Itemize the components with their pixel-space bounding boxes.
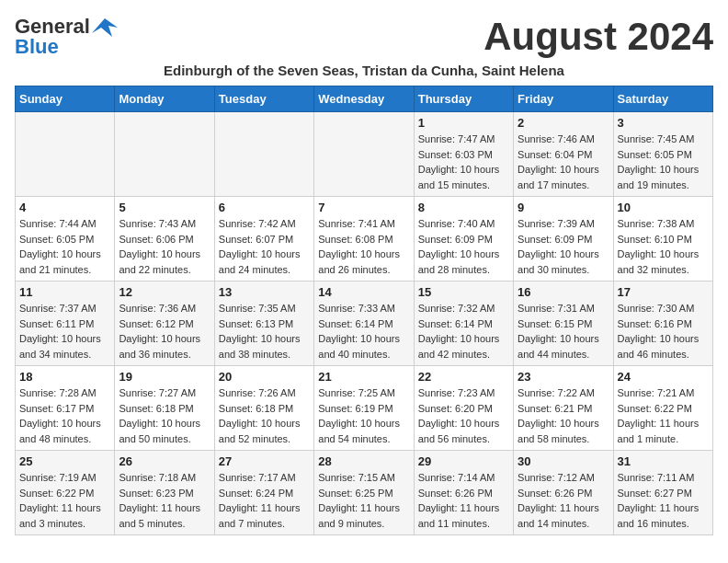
column-header-thursday: Thursday	[414, 86, 513, 112]
day-number: 17	[618, 285, 709, 299]
day-number: 23	[518, 370, 609, 384]
day-number: 3	[618, 116, 709, 130]
calendar-week-row: 1Sunrise: 7:47 AM Sunset: 6:03 PM Daylig…	[16, 112, 713, 197]
calendar-cell	[115, 112, 214, 197]
day-number: 20	[219, 370, 310, 384]
day-number: 28	[318, 454, 409, 468]
calendar-cell: 13Sunrise: 7:35 AM Sunset: 6:13 PM Dayli…	[214, 282, 313, 366]
calendar-cell: 24Sunrise: 7:21 AM Sunset: 6:22 PM Dayli…	[613, 366, 712, 451]
day-number: 29	[418, 454, 509, 468]
calendar-cell	[314, 112, 414, 197]
day-info: Sunrise: 7:30 AM Sunset: 6:16 PM Dayligh…	[618, 301, 709, 362]
page-subtitle: Edinburgh of the Seven Seas, Tristan da …	[15, 63, 713, 78]
calendar-cell: 23Sunrise: 7:22 AM Sunset: 6:21 PM Dayli…	[514, 366, 613, 451]
day-info: Sunrise: 7:15 AM Sunset: 6:25 PM Dayligh…	[318, 470, 409, 531]
calendar-cell: 8Sunrise: 7:40 AM Sunset: 6:09 PM Daylig…	[414, 197, 513, 282]
calendar-cell: 16Sunrise: 7:31 AM Sunset: 6:15 PM Dayli…	[514, 282, 613, 366]
day-info: Sunrise: 7:36 AM Sunset: 6:12 PM Dayligh…	[119, 301, 210, 362]
day-info: Sunrise: 7:42 AM Sunset: 6:07 PM Dayligh…	[219, 216, 310, 277]
logo: General Blue	[15, 15, 118, 59]
day-info: Sunrise: 7:45 AM Sunset: 6:05 PM Dayligh…	[618, 132, 709, 192]
column-header-tuesday: Tuesday	[214, 86, 313, 112]
day-number: 31	[618, 454, 709, 468]
day-info: Sunrise: 7:33 AM Sunset: 6:14 PM Dayligh…	[318, 301, 409, 362]
day-info: Sunrise: 7:31 AM Sunset: 6:15 PM Dayligh…	[518, 301, 609, 362]
day-number: 26	[119, 454, 210, 468]
day-info: Sunrise: 7:26 AM Sunset: 6:18 PM Dayligh…	[219, 385, 310, 446]
logo-bird-icon	[92, 17, 118, 37]
calendar-cell: 25Sunrise: 7:19 AM Sunset: 6:22 PM Dayli…	[16, 451, 115, 535]
day-number: 21	[318, 370, 409, 384]
calendar-cell: 4Sunrise: 7:44 AM Sunset: 6:05 PM Daylig…	[16, 197, 115, 282]
day-number: 4	[19, 201, 110, 214]
column-header-sunday: Sunday	[16, 86, 115, 112]
calendar-cell: 28Sunrise: 7:15 AM Sunset: 6:25 PM Dayli…	[314, 451, 414, 535]
column-header-wednesday: Wednesday	[314, 86, 414, 112]
day-info: Sunrise: 7:41 AM Sunset: 6:08 PM Dayligh…	[318, 216, 409, 277]
day-number: 25	[19, 454, 110, 468]
calendar-cell	[214, 112, 313, 197]
calendar-cell: 9Sunrise: 7:39 AM Sunset: 6:09 PM Daylig…	[514, 197, 613, 282]
day-number: 12	[119, 285, 210, 299]
calendar-header-row: SundayMondayTuesdayWednesdayThursdayFrid…	[16, 86, 713, 112]
day-info: Sunrise: 7:43 AM Sunset: 6:06 PM Dayligh…	[119, 216, 210, 277]
svg-marker-0	[92, 18, 118, 37]
day-info: Sunrise: 7:25 AM Sunset: 6:19 PM Dayligh…	[318, 385, 409, 446]
day-number: 11	[19, 285, 110, 299]
calendar-cell: 5Sunrise: 7:43 AM Sunset: 6:06 PM Daylig…	[115, 197, 214, 282]
column-header-monday: Monday	[115, 86, 214, 112]
day-number: 1	[418, 116, 509, 130]
calendar-table: SundayMondayTuesdayWednesdayThursdayFrid…	[15, 86, 713, 535]
day-number: 30	[518, 454, 609, 468]
day-number: 16	[518, 285, 609, 299]
day-info: Sunrise: 7:32 AM Sunset: 6:14 PM Dayligh…	[418, 301, 509, 362]
calendar-cell: 30Sunrise: 7:12 AM Sunset: 6:26 PM Dayli…	[514, 451, 613, 535]
calendar-week-row: 4Sunrise: 7:44 AM Sunset: 6:05 PM Daylig…	[16, 197, 713, 282]
day-number: 13	[219, 285, 310, 299]
day-info: Sunrise: 7:44 AM Sunset: 6:05 PM Dayligh…	[19, 216, 110, 277]
day-info: Sunrise: 7:38 AM Sunset: 6:10 PM Dayligh…	[618, 216, 709, 277]
calendar-cell: 26Sunrise: 7:18 AM Sunset: 6:23 PM Dayli…	[115, 451, 214, 535]
day-info: Sunrise: 7:35 AM Sunset: 6:13 PM Dayligh…	[219, 301, 310, 362]
calendar-cell: 17Sunrise: 7:30 AM Sunset: 6:16 PM Dayli…	[613, 282, 712, 366]
day-number: 2	[518, 116, 609, 130]
calendar-cell: 19Sunrise: 7:27 AM Sunset: 6:18 PM Dayli…	[115, 366, 214, 451]
calendar-cell: 6Sunrise: 7:42 AM Sunset: 6:07 PM Daylig…	[214, 197, 313, 282]
day-info: Sunrise: 7:22 AM Sunset: 6:21 PM Dayligh…	[518, 385, 609, 446]
calendar-cell: 11Sunrise: 7:37 AM Sunset: 6:11 PM Dayli…	[16, 282, 115, 366]
calendar-week-row: 25Sunrise: 7:19 AM Sunset: 6:22 PM Dayli…	[16, 451, 713, 535]
day-number: 24	[618, 370, 709, 384]
day-info: Sunrise: 7:47 AM Sunset: 6:03 PM Dayligh…	[418, 132, 509, 192]
day-info: Sunrise: 7:40 AM Sunset: 6:09 PM Dayligh…	[418, 216, 509, 277]
calendar-cell: 22Sunrise: 7:23 AM Sunset: 6:20 PM Dayli…	[414, 366, 513, 451]
calendar-cell: 7Sunrise: 7:41 AM Sunset: 6:08 PM Daylig…	[314, 197, 414, 282]
calendar-cell: 2Sunrise: 7:46 AM Sunset: 6:04 PM Daylig…	[514, 112, 613, 197]
day-number: 18	[19, 370, 110, 384]
day-number: 6	[219, 201, 310, 214]
day-number: 14	[318, 285, 409, 299]
calendar-cell: 18Sunrise: 7:28 AM Sunset: 6:17 PM Dayli…	[16, 366, 115, 451]
day-info: Sunrise: 7:11 AM Sunset: 6:27 PM Dayligh…	[618, 470, 709, 531]
calendar-cell: 29Sunrise: 7:14 AM Sunset: 6:26 PM Dayli…	[414, 451, 513, 535]
calendar-week-row: 11Sunrise: 7:37 AM Sunset: 6:11 PM Dayli…	[16, 282, 713, 366]
day-info: Sunrise: 7:28 AM Sunset: 6:17 PM Dayligh…	[19, 385, 110, 446]
header: General Blue August 2024	[15, 15, 713, 59]
calendar-cell	[16, 112, 115, 197]
day-info: Sunrise: 7:21 AM Sunset: 6:22 PM Dayligh…	[618, 385, 709, 446]
day-info: Sunrise: 7:17 AM Sunset: 6:24 PM Dayligh…	[219, 470, 310, 531]
day-number: 27	[219, 454, 310, 468]
day-info: Sunrise: 7:39 AM Sunset: 6:09 PM Dayligh…	[518, 216, 609, 277]
day-number: 15	[418, 285, 509, 299]
calendar-cell: 21Sunrise: 7:25 AM Sunset: 6:19 PM Dayli…	[314, 366, 414, 451]
calendar-week-row: 18Sunrise: 7:28 AM Sunset: 6:17 PM Dayli…	[16, 366, 713, 451]
day-info: Sunrise: 7:12 AM Sunset: 6:26 PM Dayligh…	[518, 470, 609, 531]
day-info: Sunrise: 7:37 AM Sunset: 6:11 PM Dayligh…	[19, 301, 110, 362]
day-info: Sunrise: 7:46 AM Sunset: 6:04 PM Dayligh…	[518, 132, 609, 192]
calendar-cell: 1Sunrise: 7:47 AM Sunset: 6:03 PM Daylig…	[414, 112, 513, 197]
day-info: Sunrise: 7:23 AM Sunset: 6:20 PM Dayligh…	[418, 385, 509, 446]
month-title: August 2024	[483, 15, 713, 59]
day-number: 7	[318, 201, 409, 214]
column-header-saturday: Saturday	[613, 86, 712, 112]
day-number: 9	[518, 201, 609, 214]
day-number: 5	[119, 201, 210, 214]
